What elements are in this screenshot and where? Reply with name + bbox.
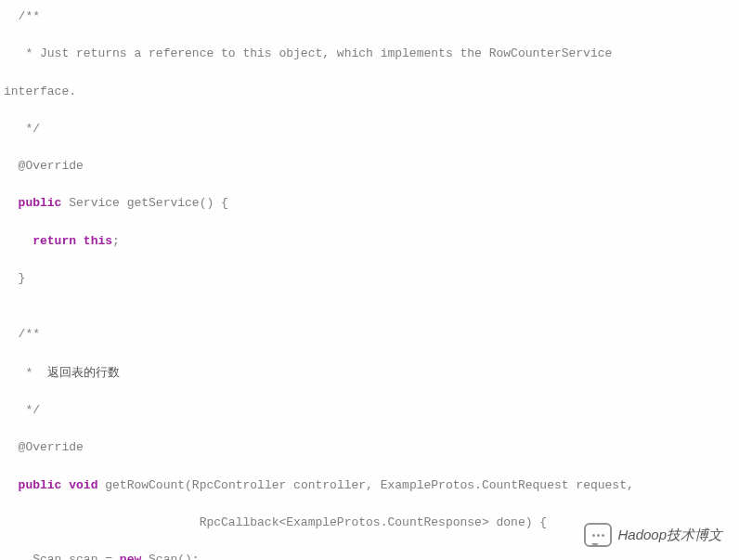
code-line: * Just returns a reference to this objec…	[4, 45, 735, 63]
code-line: return this;	[4, 232, 735, 251]
code-block: /** * Just returns a reference to this o…	[0, 0, 739, 560]
code-line: @Override	[4, 438, 735, 457]
code-line: }	[4, 269, 735, 288]
code-line: public Service getService() {	[4, 194, 735, 213]
code-line: RpcCallback<ExampleProtos.CountResponse>…	[4, 514, 735, 532]
code-line: */	[4, 401, 735, 420]
code-line: /**	[4, 7, 735, 26]
code-line: * 返回表的行数	[4, 363, 735, 383]
code-line: Scan scan = new Scan();	[4, 551, 735, 560]
code-line: */	[4, 120, 735, 138]
code-line: public void getRowCount(RpcController co…	[4, 476, 735, 495]
code-line: @Override	[4, 157, 735, 176]
code-line: /**	[4, 325, 735, 344]
code-line: interface.	[4, 83, 735, 101]
